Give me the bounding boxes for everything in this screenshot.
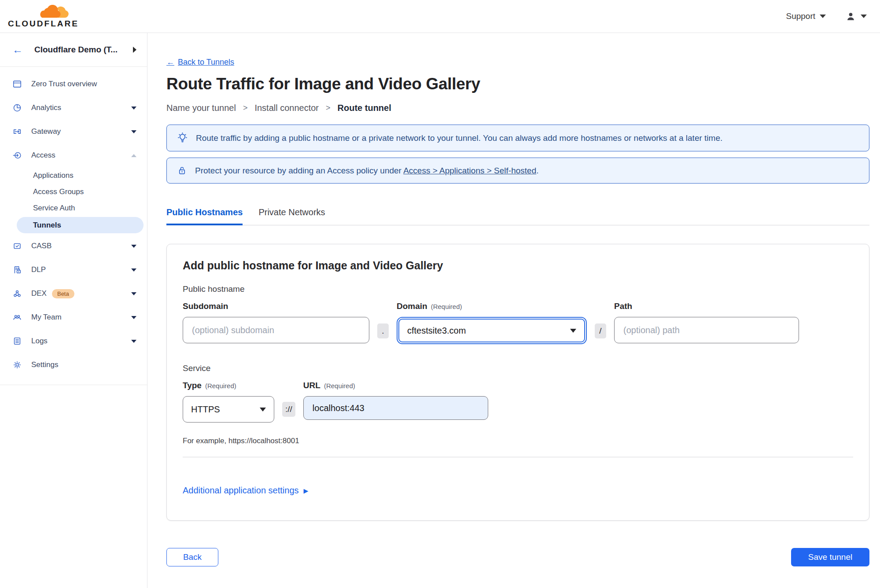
sidebar: ← Cloudflare Demo (T... Zero Trust overv… xyxy=(0,33,147,588)
breadcrumb: Name your tunnel > Install connector > R… xyxy=(166,103,869,113)
save-tunnel-button[interactable]: Save tunnel xyxy=(791,548,869,566)
dot-separator: . xyxy=(377,323,389,338)
lock-icon xyxy=(177,165,188,176)
sidebar-item-service-auth[interactable]: Service Auth xyxy=(0,200,147,216)
back-arrow-icon: ← xyxy=(166,58,174,67)
gear-icon xyxy=(12,360,22,370)
domain-select[interactable]: cftestsite3.com xyxy=(398,319,585,342)
protect-banner-text: Protect your resource by adding an Acces… xyxy=(195,166,539,176)
step-route-tunnel: Route tunnel xyxy=(338,103,391,113)
user-menu[interactable] xyxy=(845,11,867,22)
step-install-connector[interactable]: Install connector xyxy=(254,103,319,113)
overview-icon xyxy=(12,79,22,89)
sidebar-item-tunnels[interactable]: Tunnels xyxy=(17,217,144,233)
sidebar-item-access-groups[interactable]: Access Groups xyxy=(0,184,147,200)
sidebar-item-settings[interactable]: Settings xyxy=(0,353,147,377)
back-to-tunnels-link[interactable]: ← Back to Tunnels xyxy=(166,58,234,67)
expander-icon: ▶ xyxy=(304,487,309,494)
sidebar-item-dex[interactable]: DEXBeta xyxy=(0,282,147,305)
step-name-your-tunnel[interactable]: Name your tunnel xyxy=(166,103,236,113)
path-label: Path xyxy=(614,300,799,312)
account-name: Cloudflare Demo (T... xyxy=(34,45,133,55)
subdomain-label: Subdomain xyxy=(183,300,369,312)
sidebar-item-access[interactable]: Access xyxy=(0,143,147,167)
sidebar-item-applications[interactable]: Applications xyxy=(0,167,147,184)
slash-separator: / xyxy=(595,323,606,338)
sidebar-item-casb[interactable]: CASB xyxy=(0,234,147,258)
chevron-down-icon xyxy=(570,329,576,333)
card-title: Add public hostname for Image and Video … xyxy=(183,259,853,272)
logs-icon xyxy=(12,336,22,346)
chevron-down-icon xyxy=(131,130,136,133)
url-label: URL (Required) xyxy=(303,379,488,392)
cloudflare-logo[interactable]: CLOUDFLARE xyxy=(8,5,72,28)
chevron-down-icon xyxy=(131,292,136,295)
url-input[interactable] xyxy=(303,396,488,420)
chevron-down-icon xyxy=(131,316,136,319)
tip-banner-text: Route traffic by adding a public hostnam… xyxy=(196,133,722,143)
protect-banner: Protect your resource by adding an Acces… xyxy=(166,158,869,184)
back-arrow-icon[interactable]: ← xyxy=(12,44,23,55)
chevron-down-icon xyxy=(861,15,867,18)
analytics-icon xyxy=(12,103,22,113)
chevron-up-icon xyxy=(131,154,136,157)
url-example-hint: For example, https://localhost:8001 xyxy=(183,437,853,445)
domain-select-focus-ring: cftestsite3.com xyxy=(397,317,587,344)
access-icon xyxy=(12,151,22,160)
public-hostname-section-label: Public hostname xyxy=(183,284,853,294)
additional-settings-toggle[interactable]: Additional application settings ▶ xyxy=(183,485,308,496)
sidebar-item-gateway[interactable]: Gateway xyxy=(0,120,147,143)
access-applications-link[interactable]: Access > Applications > Self-hosted xyxy=(403,166,536,175)
gateway-icon xyxy=(12,127,22,136)
logo-wordmark: CLOUDFLARE xyxy=(8,19,72,28)
chevron-right-icon[interactable] xyxy=(133,47,136,53)
team-icon xyxy=(12,312,22,322)
service-type-value: HTTPS xyxy=(191,404,220,415)
sidebar-item-zero-trust-overview[interactable]: Zero Trust overview xyxy=(0,72,147,96)
top-header: CLOUDFLARE Support xyxy=(0,0,880,33)
page-title: Route Traffic for Image and Video Galler… xyxy=(166,75,869,93)
path-input[interactable] xyxy=(614,317,799,343)
chevron-down-icon xyxy=(260,408,266,412)
cloudflare-cloud-icon xyxy=(37,5,70,19)
hostname-card: Add public hostname for Image and Video … xyxy=(166,244,869,521)
service-type-select[interactable]: HTTPS xyxy=(183,396,274,423)
tab-bar: Public Hostnames Private Networks xyxy=(166,207,869,225)
support-label: Support xyxy=(786,11,815,21)
chevron-down-icon xyxy=(820,15,826,18)
service-section-label: Service xyxy=(183,364,853,373)
sidebar-item-analytics[interactable]: Analytics xyxy=(0,96,147,120)
dlp-icon xyxy=(12,265,22,275)
subdomain-input[interactable] xyxy=(183,317,369,343)
sidebar-item-my-team[interactable]: My Team xyxy=(0,305,147,329)
tab-public-hostnames[interactable]: Public Hostnames xyxy=(166,207,243,225)
tab-private-networks[interactable]: Private Networks xyxy=(258,207,325,225)
card-divider xyxy=(183,457,853,457)
casb-icon xyxy=(12,241,22,251)
domain-label: Domain (Required) xyxy=(397,300,587,312)
support-menu[interactable]: Support xyxy=(786,11,826,21)
sidebar-item-dlp[interactable]: DLP xyxy=(0,258,147,282)
sidebar-item-logs[interactable]: Logs xyxy=(0,329,147,353)
footer-actions: Back Save tunnel xyxy=(166,548,869,576)
domain-value: cftestsite3.com xyxy=(407,326,466,336)
chevron-down-icon xyxy=(131,340,136,343)
sidebar-nav: Zero Trust overview Analytics Gateway xyxy=(0,67,147,385)
lightbulb-icon xyxy=(177,132,188,144)
sidebar-account-header: ← Cloudflare Demo (T... xyxy=(0,33,147,67)
main-content: ← Back to Tunnels Route Traffic for Imag… xyxy=(147,33,880,588)
user-icon xyxy=(845,11,856,22)
scheme-separator: :// xyxy=(282,402,295,417)
type-label: Type (Required) xyxy=(183,379,274,392)
beta-badge: Beta xyxy=(52,289,74,298)
tip-banner: Route traffic by adding a public hostnam… xyxy=(166,125,869,151)
back-button[interactable]: Back xyxy=(166,548,218,566)
chevron-down-icon xyxy=(131,107,136,110)
chevron-down-icon xyxy=(131,268,136,272)
dex-icon xyxy=(12,289,22,298)
chevron-down-icon xyxy=(131,245,136,248)
